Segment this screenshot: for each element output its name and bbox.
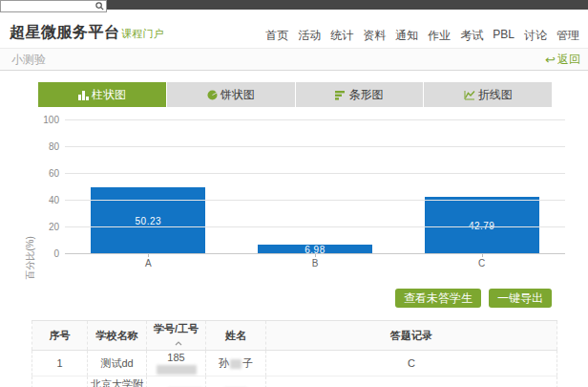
- table-row: 1测试dd185孙子C: [32, 351, 557, 376]
- gridline-100: [65, 119, 565, 120]
- y-tick-60: 60: [34, 168, 59, 179]
- redacted-text: [230, 359, 242, 369]
- tab-label: 折线图: [478, 87, 513, 103]
- nav-item-6[interactable]: 考试: [460, 28, 483, 44]
- x-category-C: C: [398, 258, 565, 269]
- table-header-row: 序号 学校名称 学号/工号 姓名 答题记录: [32, 321, 557, 351]
- cell-student-id: 185: [147, 351, 206, 376]
- table-row: 2北京大学附属中学083C: [32, 376, 557, 387]
- y-tick-40: 40: [34, 195, 59, 205]
- table-body: 1测试dd185孙子C2北京大学附属中学083C: [32, 351, 557, 387]
- bar-slot-B: 6.98: [232, 120, 399, 254]
- cell-record: C: [266, 376, 557, 387]
- chart-tabs: 柱状图饼状图条形图折线图: [38, 82, 552, 107]
- tab-label: 饼状图: [220, 87, 255, 103]
- main-nav: 首页活动统计资料通知作业考试PBL讨论管理: [265, 28, 579, 44]
- header: 超星微服务平台课程门户 首页活动统计资料通知作业考试PBL讨论管理: [0, 12, 588, 48]
- brand[interactable]: 超星微服务平台课程门户: [10, 23, 164, 43]
- hbar-chart-icon: [335, 90, 346, 100]
- gridline-20: [65, 226, 565, 227]
- y-tick-20: 20: [34, 222, 59, 232]
- chart-actions: 查看未答学生 一键导出: [395, 289, 552, 308]
- cell-record: C: [266, 351, 557, 376]
- x-category-B: B: [232, 258, 399, 269]
- col-header-school: 学校名称: [88, 321, 147, 351]
- nav-item-9[interactable]: 管理: [556, 28, 579, 44]
- magnifier-icon: [95, 2, 104, 11]
- subheader: 小测验 ↩ 返回: [0, 48, 588, 71]
- col-header-name: 姓名: [206, 321, 266, 351]
- col-header-student-id[interactable]: 学号/工号: [147, 321, 206, 351]
- cell-name: 孙子: [206, 351, 266, 376]
- cell-school: 测试dd: [88, 351, 147, 376]
- cell-student-id: 083: [147, 376, 206, 387]
- pie-chart-icon: [207, 90, 218, 100]
- cell-index: 2: [32, 376, 88, 387]
- back-label: 返回: [557, 49, 580, 71]
- sort-asc-icon: [175, 336, 182, 348]
- tab-line[interactable]: 折线图: [424, 82, 552, 107]
- browser-search-box[interactable]: [0, 0, 107, 12]
- results-table: 序号 学校名称 学号/工号 姓名 答题记录 1测试dd185孙子C2北京大学附属…: [32, 320, 557, 387]
- gridline-80: [65, 146, 565, 147]
- tab-pie[interactable]: 饼状图: [167, 82, 295, 107]
- col-header-record: 答题记录: [266, 321, 557, 351]
- view-unanswered-button[interactable]: 查看未答学生: [395, 289, 481, 308]
- x-tick: [315, 254, 316, 257]
- cell-name: [206, 376, 266, 387]
- bar-value-label: 50.23: [91, 215, 205, 226]
- y-tick-0: 0: [34, 248, 59, 259]
- redacted-text: [157, 365, 197, 375]
- brand-title: 超星微服务平台: [10, 24, 120, 40]
- tab-hbar[interactable]: 条形图: [296, 82, 424, 107]
- nav-item-4[interactable]: 通知: [395, 28, 418, 44]
- cell-school: 北京大学附属中学: [88, 376, 147, 387]
- x-category-A: A: [65, 258, 232, 269]
- gridline-60: [65, 173, 565, 174]
- bar-A: 50.23: [91, 187, 205, 254]
- cell-index: 1: [32, 351, 88, 376]
- nav-item-8[interactable]: 讨论: [524, 28, 547, 44]
- nav-item-0[interactable]: 首页: [265, 28, 288, 44]
- tab-label: 柱状图: [92, 87, 126, 103]
- back-button[interactable]: ↩ 返回: [545, 49, 580, 71]
- browser-chrome-bar: [107, 0, 588, 10]
- x-axis-categories: ABC: [65, 258, 565, 269]
- nav-item-5[interactable]: 作业: [428, 28, 451, 44]
- export-button[interactable]: 一键导出: [489, 289, 552, 308]
- gridline-40: [65, 200, 565, 201]
- back-arrow-icon: ↩: [545, 49, 556, 71]
- x-tick: [482, 254, 483, 257]
- line-chart-icon: [464, 90, 475, 100]
- bar-slot-C: 42.79: [398, 120, 565, 254]
- plot-area: 50.236.9842.79: [65, 120, 565, 254]
- bar-chart: 百分比(%) 50.236.9842.79 ABC 020406080100: [0, 113, 588, 281]
- app: { "topbar": { "search_value": "", "searc…: [0, 0, 588, 387]
- page-title: 小测验: [11, 49, 46, 71]
- nav-item-1[interactable]: 活动: [298, 28, 321, 44]
- bar-chart-icon: [78, 90, 89, 100]
- bars: 50.236.9842.79: [65, 120, 565, 254]
- y-tick-80: 80: [34, 141, 59, 152]
- brand-subtitle: 课程门户: [122, 28, 164, 39]
- col-header-index: 序号: [32, 321, 88, 351]
- x-tick: [148, 254, 149, 257]
- nav-item-2[interactable]: 统计: [330, 28, 353, 44]
- nav-item-7[interactable]: PBL: [493, 28, 514, 44]
- tab-bar[interactable]: 柱状图: [38, 82, 166, 107]
- nav-item-3[interactable]: 资料: [363, 28, 386, 44]
- search-input[interactable]: [4, 2, 95, 11]
- tab-label: 条形图: [348, 87, 383, 103]
- y-tick-100: 100: [34, 115, 59, 125]
- bar-slot-A: 50.23: [65, 120, 232, 254]
